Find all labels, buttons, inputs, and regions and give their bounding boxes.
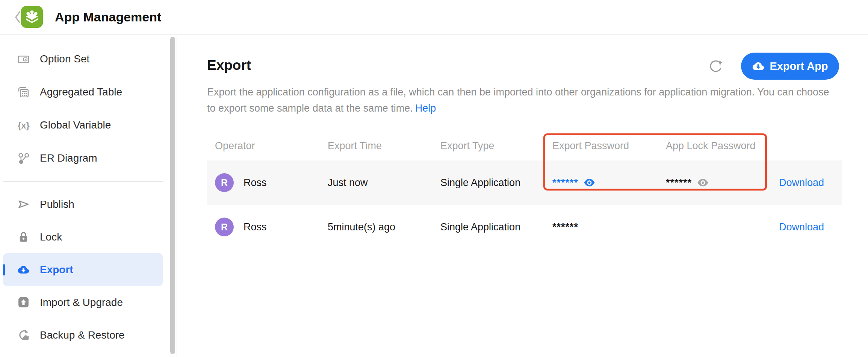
export-type-cell: Single Application <box>440 177 552 189</box>
refresh-button[interactable] <box>708 58 724 74</box>
export-password-cell: ****** <box>552 221 666 233</box>
page-title: Export <box>207 57 251 73</box>
column-header-operator: Operator <box>215 140 328 152</box>
operator-name: Ross <box>243 177 267 189</box>
export-app-button-label: Export App <box>770 60 828 73</box>
export-password-cell: ****** <box>552 177 666 189</box>
active-indicator-bar <box>3 264 5 275</box>
operator-cell: R Ross <box>215 173 328 192</box>
sidebar-item-backup-restore[interactable]: Backup & Restore <box>3 319 163 351</box>
global-variable-icon: {x} <box>17 119 30 132</box>
sidebar: Option Set Aggregated Table <box>0 35 177 357</box>
sidebar-item-lock[interactable]: Lock <box>3 221 163 253</box>
app-logo-icon <box>21 6 43 28</box>
actions-cell: Download <box>779 221 842 233</box>
svg-text:{x}: {x} <box>18 120 30 130</box>
app-management-window: App Management Option Set <box>0 0 868 357</box>
sidebar-item-label: Global Variable <box>40 119 111 131</box>
sidebar-scrollbar[interactable] <box>170 37 175 354</box>
avatar: R <box>215 173 234 192</box>
masked-password: ****** <box>552 177 578 189</box>
sidebar-item-er-diagram[interactable]: ER Diagram <box>3 142 163 175</box>
help-link[interactable]: Help <box>415 103 436 114</box>
description-text: Export the application configuration as … <box>207 86 829 114</box>
export-type-cell: Single Application <box>440 221 552 233</box>
sidebar-item-label: Publish <box>40 198 74 210</box>
table-row: R Ross 5minute(s) ago Single Application… <box>207 205 842 249</box>
download-link[interactable]: Download <box>779 221 824 233</box>
eye-icon[interactable] <box>697 178 709 187</box>
refresh-icon <box>709 59 723 73</box>
cloud-export-icon <box>752 61 765 71</box>
sidebar-item-label: ER Diagram <box>40 152 97 164</box>
option-set-icon <box>17 53 30 65</box>
masked-password: ****** <box>666 177 692 189</box>
sidebar-divider <box>3 181 163 182</box>
sidebar-item-label: Option Set <box>40 53 89 65</box>
sidebar-item-label: Import & Upgrade <box>40 296 123 309</box>
sidebar-item-option-set[interactable]: Option Set <box>3 42 163 76</box>
table-header-row: Operator Export Time Export Type Export … <box>207 132 842 160</box>
operator-cell: R Ross <box>215 218 328 236</box>
backup-restore-icon <box>17 329 30 341</box>
sidebar-item-aggregated-table[interactable]: Aggregated Table <box>3 76 163 109</box>
table-row: R Ross Just now Single Application *****… <box>207 160 842 205</box>
page-description: Export the application configuration as … <box>207 84 832 116</box>
sidebar-item-label: Backup & Restore <box>40 329 125 341</box>
app-title: App Management <box>55 0 161 34</box>
download-link[interactable]: Download <box>779 177 824 188</box>
export-time-cell: 5minute(s) ago <box>328 221 440 233</box>
sidebar-item-label: Aggregated Table <box>40 86 122 98</box>
cloud-export-icon <box>17 263 30 276</box>
sidebar-item-publish[interactable]: Publish <box>3 188 163 221</box>
publish-icon <box>17 198 30 210</box>
column-header-export-time: Export Time <box>328 140 440 152</box>
operator-name: Ross <box>243 221 267 233</box>
column-header-export-type: Export Type <box>440 140 552 152</box>
export-time-cell: Just now <box>328 177 440 189</box>
back-button[interactable] <box>14 11 22 24</box>
import-upgrade-icon <box>17 296 30 309</box>
masked-password: ****** <box>552 221 578 233</box>
chevron-left-icon <box>14 11 22 24</box>
column-header-app-lock-password: App Lock Password <box>666 140 779 152</box>
sidebar-item-global-variable[interactable]: {x} Global Variable <box>3 109 163 142</box>
eye-icon[interactable] <box>584 178 595 187</box>
aggregated-table-icon <box>17 86 30 98</box>
sidebar-item-import-upgrade[interactable]: Import & Upgrade <box>3 286 163 319</box>
export-app-button[interactable]: Export App <box>741 53 839 80</box>
sidebar-item-label: Export <box>40 264 73 276</box>
avatar: R <box>215 218 234 236</box>
column-header-export-password: Export Password <box>552 140 666 152</box>
sidebar-item-label: Lock <box>40 231 62 243</box>
lock-icon <box>17 231 30 243</box>
top-header: App Management <box>0 0 868 35</box>
er-diagram-icon <box>17 152 30 165</box>
app-lock-password-cell: ****** <box>666 177 779 189</box>
sidebar-item-export[interactable]: Export <box>3 253 163 286</box>
actions-cell: Download <box>779 177 842 189</box>
